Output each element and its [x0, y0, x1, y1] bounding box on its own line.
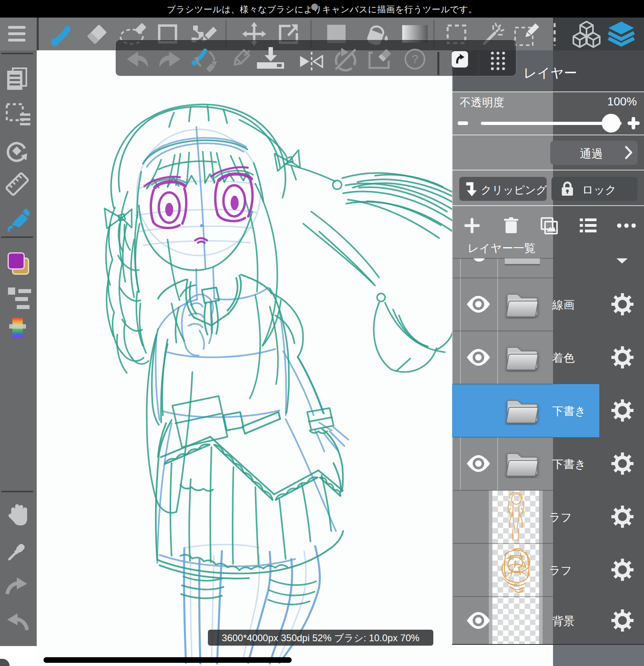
svg-text:?: ? — [412, 52, 419, 65]
